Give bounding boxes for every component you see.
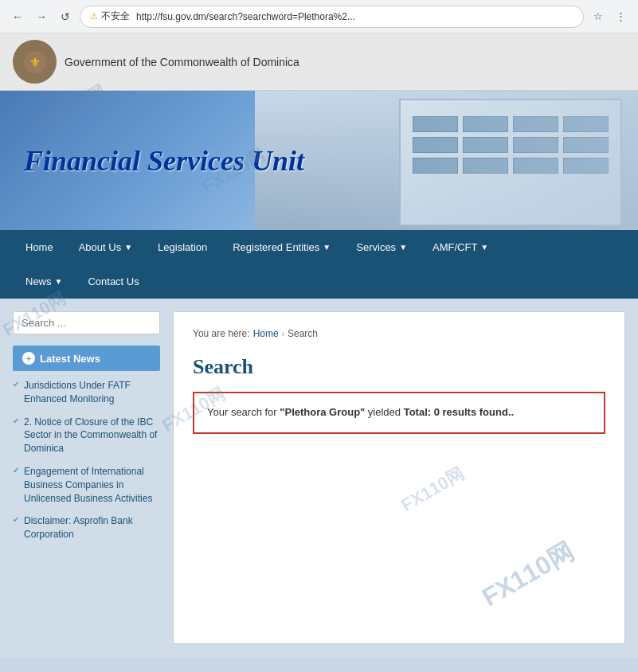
latest-news-icon: +	[22, 352, 35, 365]
site-wrapper: ⚜ Government of the Commonwealth of Domi…	[0, 33, 638, 657]
breadcrumb-home-link[interactable]: Home	[253, 328, 279, 339]
result-total: Total: 0 results found..	[404, 406, 514, 418]
news-link-4[interactable]: Disclaimer: Asprofin Bank Corporation	[24, 514, 160, 541]
hero-title: Financial Services Unit	[24, 144, 304, 178]
news-link-3[interactable]: Engagement of International Business Com…	[24, 465, 160, 505]
nav-amf-cft[interactable]: AMF/CFT ▼	[420, 230, 501, 264]
search-input[interactable]	[13, 311, 160, 334]
nav-legislation[interactable]: Legislation	[145, 230, 220, 264]
news-list: Jurisdictions Under FATF Enhanced Monito…	[13, 379, 160, 541]
back-button[interactable]: ←	[8, 7, 27, 26]
main-navigation: Home About Us ▼ Legislation Registered E…	[0, 230, 638, 299]
latest-news-header: + Latest News	[13, 346, 160, 371]
site-header: ⚜ Government of the Commonwealth of Domi…	[0, 33, 638, 91]
nav-about-us[interactable]: About Us ▼	[66, 230, 145, 264]
coat-of-arms-icon: ⚜	[19, 46, 51, 78]
browser-action-buttons: ☆ ⋮	[589, 7, 630, 26]
list-item: Jurisdictions Under FATF Enhanced Monito…	[13, 379, 160, 406]
building-decoration	[255, 91, 638, 230]
services-dropdown-arrow: ▼	[399, 243, 407, 252]
sidebar: + Latest News Jurisdictions Under FATF E…	[13, 311, 160, 644]
nav-services[interactable]: Services ▼	[343, 230, 420, 264]
site-logo: ⚜	[13, 40, 57, 84]
nav-row-2: News ▼ Contact Us	[13, 264, 625, 299]
registered-entities-dropdown-arrow: ▼	[323, 243, 331, 252]
nav-home[interactable]: Home	[13, 230, 66, 264]
nav-news[interactable]: News ▼	[13, 264, 75, 299]
search-heading: Search	[193, 355, 605, 379]
security-label: 不安全	[101, 10, 130, 23]
address-bar[interactable]: ⚠ 不安全 http://fsu.gov.dm/search?searchwor…	[80, 6, 584, 28]
bookmark-icon[interactable]: ☆	[589, 7, 608, 26]
main-content: You are here: Home › Search Search Your …	[173, 311, 625, 644]
result-suffix: yielded	[365, 406, 403, 418]
news-link-1[interactable]: Jurisdictions Under FATF Enhanced Monito…	[24, 379, 160, 406]
about-us-dropdown-arrow: ▼	[124, 243, 132, 252]
list-item: 2. Notice of Closure of the IBC Sector i…	[13, 416, 160, 455]
nav-registered-entities[interactable]: Registered Entities ▼	[220, 230, 343, 264]
nav-contact-us[interactable]: Contact Us	[75, 264, 151, 299]
hero-banner: Financial Services Unit	[0, 91, 638, 230]
url-text: http://fsu.gov.dm/search?searchword=Plet…	[136, 11, 355, 22]
search-term: "Plethora Group"	[280, 406, 365, 418]
amf-cft-dropdown-arrow: ▼	[480, 243, 488, 252]
content-area: + Latest News Jurisdictions Under FATF E…	[0, 299, 638, 657]
menu-icon[interactable]: ⋮	[611, 7, 630, 26]
refresh-button[interactable]: ↺	[56, 7, 75, 26]
breadcrumb: You are here: Home › Search	[193, 328, 605, 339]
breadcrumb-separator: ›	[282, 330, 284, 338]
result-prefix: Your search for	[207, 406, 280, 418]
breadcrumb-current: Search	[288, 328, 318, 339]
nav-row-1: Home About Us ▼ Legislation Registered E…	[13, 230, 625, 264]
list-item: Disclaimer: Asprofin Bank Corporation	[13, 514, 160, 541]
svg-text:⚜: ⚜	[29, 56, 41, 69]
browser-chrome: ← → ↺ ⚠ 不安全 http://fsu.gov.dm/search?sea…	[0, 0, 638, 33]
news-link-2[interactable]: 2. Notice of Closure of the IBC Sector i…	[24, 416, 160, 455]
list-item: Engagement of International Business Com…	[13, 465, 160, 505]
breadcrumb-label: You are here:	[193, 328, 250, 339]
site-name: Government of the Commonwealth of Domini…	[65, 56, 299, 68]
security-icon: ⚠	[90, 11, 98, 21]
search-result-box: Your search for "Plethora Group" yielded…	[193, 392, 605, 434]
forward-button[interactable]: →	[32, 7, 51, 26]
news-dropdown-arrow: ▼	[55, 277, 63, 286]
latest-news-label: Latest News	[40, 353, 100, 365]
